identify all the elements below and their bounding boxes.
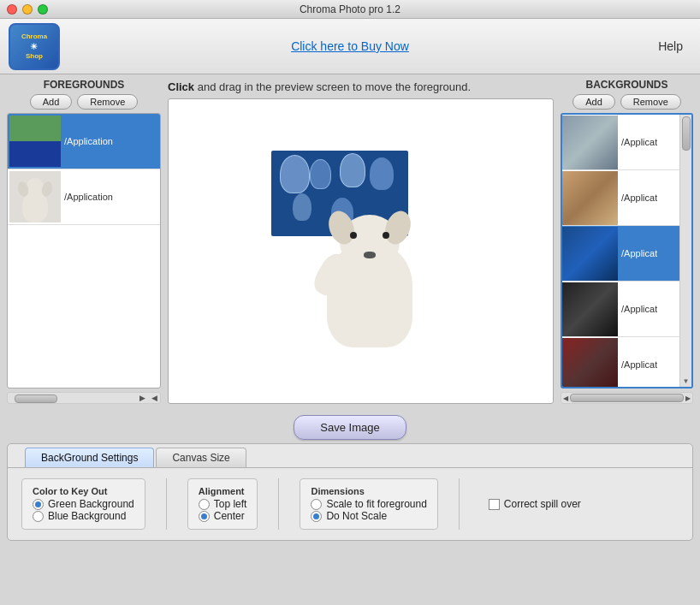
foregrounds-title: FOREGROUNDS	[7, 79, 161, 91]
top-left-radio[interactable]	[199, 499, 210, 510]
main-content: FOREGROUNDS Add Remove /Application	[0, 74, 700, 408]
fg-item-0[interactable]: /Application	[8, 114, 160, 169]
minimize-button[interactable]	[22, 4, 33, 15]
do-not-scale-label: Do Not Scale	[326, 510, 387, 522]
bg-item-0[interactable]: /Applicat	[562, 115, 691, 170]
divider-3	[459, 478, 460, 530]
bg-item-2[interactable]: /Applicat	[562, 226, 691, 282]
divider-1	[166, 478, 167, 530]
bg-thumb-3	[562, 282, 618, 336]
buy-link[interactable]: Click here to Buy Now	[291, 39, 409, 53]
center-option[interactable]: Center	[199, 510, 247, 522]
do-not-scale-option[interactable]: Do Not Scale	[311, 510, 426, 522]
tab-canvas-size[interactable]: Canvas Size	[156, 448, 246, 467]
maximize-button[interactable]	[38, 4, 48, 15]
blue-bg-radio[interactable]	[33, 511, 44, 522]
do-not-scale-radio[interactable]	[311, 511, 322, 522]
blue-bg-option[interactable]: Blue Background	[33, 510, 134, 522]
preview-instruction: Click and drag in the preview screen to …	[168, 79, 554, 95]
color-group-title: Color to Key Out	[33, 486, 134, 496]
tab-bar: BackGround Settings Canvas Size	[8, 444, 692, 468]
preview-canvas[interactable]	[168, 98, 554, 404]
scale-to-fit-radio[interactable]	[311, 499, 322, 510]
fg-label-0: /Application	[61, 136, 113, 146]
bg-horizontal-scrollbar[interactable]: ◀ ▶	[561, 392, 693, 404]
window-controls	[7, 4, 48, 15]
bg-label-1: /Applicat	[618, 193, 657, 203]
logo-area: Chroma ☀ Shop	[9, 23, 60, 70]
foregrounds-panel: FOREGROUNDS Add Remove /Application	[7, 79, 161, 404]
spill-over-group: Correct spill over	[480, 478, 590, 530]
tab-background-settings[interactable]: BackGround Settings	[25, 448, 154, 467]
dimensions-group: Dimensions Scale to fit foreground Do No…	[300, 478, 437, 530]
backgrounds-title: BACKGROUNDS	[561, 79, 693, 91]
backgrounds-panel: BACKGROUNDS Add Remove /Applicat /Applic…	[561, 79, 693, 404]
blue-bg-label: Blue Background	[48, 510, 126, 522]
spill-over-label: Correct spill over	[504, 498, 581, 510]
scale-to-fit-option[interactable]: Scale to fit foreground	[311, 498, 426, 510]
bg-label-0: /Applicat	[618, 137, 657, 147]
save-button[interactable]: Save Image	[294, 415, 406, 440]
fg-add-button[interactable]: Add	[30, 94, 73, 110]
top-left-label: Top left	[214, 498, 247, 510]
bg-item-3[interactable]: /Applicat	[562, 282, 691, 337]
header-bar: Chroma ☀ Shop Click here to Buy Now Help	[0, 19, 700, 74]
backgrounds-buttons: Add Remove	[561, 94, 693, 110]
center-radio[interactable]	[199, 511, 210, 522]
top-left-option[interactable]: Top left	[199, 498, 247, 510]
bg-add-button[interactable]: Add	[572, 94, 615, 110]
bg-label-4: /Applicat	[618, 359, 657, 370]
bg-item-4[interactable]: /Applicat	[562, 337, 691, 389]
fg-item-1[interactable]: /Application	[8, 169, 160, 225]
bg-thumb-4	[562, 338, 618, 389]
logo: Chroma ☀ Shop	[9, 23, 60, 70]
bg-item-1[interactable]: /Applicat	[562, 170, 691, 226]
title-bar: Chroma Photo pro 1.2	[0, 0, 700, 19]
window-title: Chroma Photo pro 1.2	[300, 3, 400, 15]
bg-scrollbar[interactable]: ▲ ▼	[679, 115, 691, 387]
bg-scrollbar-thumb[interactable]	[682, 116, 691, 151]
color-group: Color to Key Out Green Background Blue B…	[21, 478, 145, 530]
bg-thumb-1	[562, 171, 618, 225]
settings-area: BackGround Settings Canvas Size Color to…	[7, 443, 693, 541]
dog-foreground	[314, 211, 425, 347]
foregrounds-buttons: Add Remove	[7, 94, 161, 110]
fg-remove-button[interactable]: Remove	[77, 94, 138, 110]
bg-thumb-2	[562, 227, 618, 281]
fg-horizontal-scrollbar[interactable]: ◀ ▶	[7, 392, 161, 404]
preview-area: Click and drag in the preview screen to …	[168, 79, 554, 404]
green-bg-label: Green Background	[48, 498, 134, 510]
bg-list: /Applicat /Applicat /Applicat /Applicat …	[561, 113, 693, 389]
spill-over-checkbox[interactable]	[489, 499, 500, 510]
fg-label-1: /Application	[61, 192, 113, 202]
scale-to-fit-label: Scale to fit foreground	[326, 498, 426, 510]
bg-thumb-0	[562, 116, 618, 169]
fg-scrollbar-thumb[interactable]	[15, 394, 57, 403]
bg-label-2: /Applicat	[618, 248, 657, 258]
fg-thumb-1	[9, 171, 61, 222]
close-button[interactable]	[7, 4, 17, 15]
fg-list: /Application /Application	[7, 113, 161, 389]
green-bg-option[interactable]: Green Background	[33, 498, 134, 510]
center-label: Center	[214, 510, 245, 522]
divider-2	[278, 478, 279, 530]
alignment-group: Alignment Top left Center	[187, 478, 258, 530]
save-area: Save Image	[0, 408, 700, 443]
bg-remove-button[interactable]: Remove	[620, 94, 681, 110]
settings-content: Color to Key Out Green Background Blue B…	[8, 468, 692, 540]
help-button[interactable]: Help	[658, 39, 683, 53]
spill-over-option[interactable]: Correct spill over	[489, 498, 581, 510]
bg-label-3: /Applicat	[618, 304, 657, 314]
fg-thumb-0	[9, 116, 61, 167]
green-bg-radio[interactable]	[33, 499, 44, 510]
alignment-title: Alignment	[199, 486, 247, 496]
dimensions-title: Dimensions	[311, 486, 426, 496]
